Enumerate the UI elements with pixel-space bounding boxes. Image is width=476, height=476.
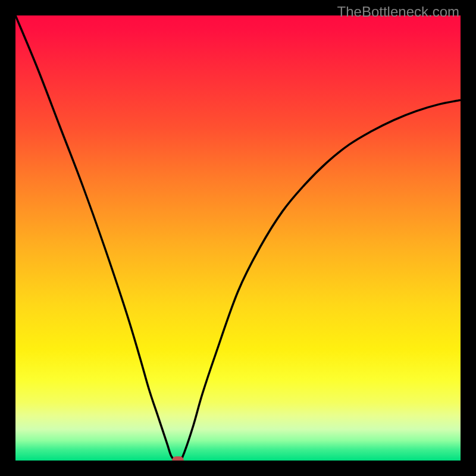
watermark-text: TheBottleneck.com [337,4,459,20]
chart-frame [0,0,476,476]
